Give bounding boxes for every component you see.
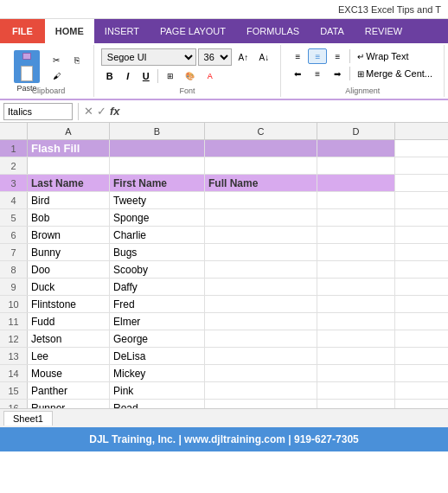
- cell[interactable]: [317, 140, 395, 157]
- underline-button[interactable]: U: [138, 67, 155, 85]
- cell[interactable]: Brown: [28, 227, 110, 243]
- cell[interactable]: DeLisa: [110, 348, 205, 364]
- align-left-button[interactable]: ⬅: [288, 66, 307, 81]
- font-name-select[interactable]: Segoe UI: [101, 48, 196, 66]
- table-row[interactable]: 13LeeDeLisa: [0, 348, 448, 365]
- table-row[interactable]: 9DuckDaffy: [0, 279, 448, 296]
- table-row[interactable]: 4BirdTweety: [0, 192, 448, 209]
- cell[interactable]: [317, 296, 395, 312]
- cell[interactable]: Daffy: [110, 279, 205, 295]
- italic-button[interactable]: I: [119, 67, 137, 85]
- cell[interactable]: Tweety: [110, 192, 205, 208]
- table-row[interactable]: 16RunnerRoad: [0, 400, 448, 408]
- fx-icon[interactable]: fx: [110, 105, 120, 118]
- copy-button[interactable]: ⎘: [67, 52, 86, 67]
- confirm-icon[interactable]: ✓: [97, 105, 106, 118]
- cell[interactable]: [317, 279, 395, 295]
- table-row[interactable]: 2: [0, 157, 448, 175]
- cell[interactable]: [205, 192, 317, 208]
- table-row[interactable]: 12JetsonGeorge: [0, 330, 448, 348]
- cell[interactable]: First Name: [110, 175, 205, 191]
- table-row[interactable]: 7BunnyBugs: [0, 244, 448, 261]
- cell[interactable]: [205, 313, 317, 330]
- font-color-button[interactable]: A: [201, 68, 220, 84]
- cell[interactable]: [317, 400, 395, 408]
- table-row[interactable]: 14MouseMickey: [0, 365, 448, 382]
- cell[interactable]: Fudd: [28, 313, 110, 330]
- wrap-text-button[interactable]: ↵ Wrap Text: [353, 48, 413, 64]
- table-row[interactable]: 15PantherPink: [0, 382, 448, 400]
- border-button[interactable]: ⊞: [161, 68, 180, 84]
- tab-file[interactable]: FILE: [0, 19, 45, 43]
- cell[interactable]: [317, 192, 395, 208]
- cell[interactable]: [317, 261, 395, 278]
- align-top-center-button[interactable]: ≡: [308, 48, 327, 64]
- cell[interactable]: [205, 348, 317, 364]
- cell[interactable]: Flintstone: [28, 296, 110, 312]
- align-center-button[interactable]: ≡: [308, 66, 327, 81]
- cell[interactable]: [205, 227, 317, 243]
- cell[interactable]: Mouse: [28, 365, 110, 381]
- cell[interactable]: [317, 209, 395, 226]
- table-row[interactable]: 10FlintstoneFred: [0, 296, 448, 313]
- cell[interactable]: [317, 382, 395, 399]
- cell[interactable]: Panther: [28, 382, 110, 399]
- cell[interactable]: [205, 365, 317, 381]
- tab-home[interactable]: HOME: [45, 19, 94, 43]
- table-row[interactable]: 1Flash Fill: [0, 140, 448, 157]
- cell[interactable]: Sponge: [110, 209, 205, 226]
- format-painter-button[interactable]: 🖌: [47, 68, 66, 84]
- cell[interactable]: [205, 279, 317, 295]
- cell[interactable]: [28, 157, 110, 174]
- merge-center-button[interactable]: ⊞ Merge & Cent...: [353, 66, 437, 81]
- table-row[interactable]: 5BobSponge: [0, 209, 448, 227]
- cell[interactable]: Pink: [110, 382, 205, 399]
- cell[interactable]: [317, 244, 395, 260]
- table-row[interactable]: 6BrownCharlie: [0, 227, 448, 244]
- cell[interactable]: Flash Fill: [28, 140, 110, 157]
- cell[interactable]: Runner: [28, 400, 110, 408]
- sheet-tab-1[interactable]: Sheet1: [3, 411, 53, 426]
- tab-page-layout[interactable]: PAGE LAYOUT: [150, 19, 236, 43]
- bold-button[interactable]: B: [101, 67, 118, 85]
- cell[interactable]: Fred: [110, 296, 205, 312]
- cell[interactable]: Road: [110, 400, 205, 408]
- increase-font-button[interactable]: A↑: [234, 49, 253, 65]
- cell[interactable]: [205, 261, 317, 278]
- cell[interactable]: [205, 296, 317, 312]
- table-row[interactable]: 11FuddElmer: [0, 313, 448, 330]
- cell[interactable]: [317, 348, 395, 364]
- align-top-right-button[interactable]: ≡: [328, 48, 347, 64]
- formula-input[interactable]: [124, 103, 445, 120]
- cell[interactable]: [205, 382, 317, 399]
- cut-button[interactable]: ✂: [47, 52, 66, 67]
- align-right-button[interactable]: ➡: [328, 66, 347, 81]
- cell[interactable]: Bunny: [28, 244, 110, 260]
- cell[interactable]: Duck: [28, 279, 110, 295]
- cell[interactable]: [317, 157, 395, 174]
- table-row[interactable]: 8DooScooby: [0, 261, 448, 279]
- tab-formulas[interactable]: FORMULAS: [236, 19, 310, 43]
- cell[interactable]: [205, 244, 317, 260]
- cell[interactable]: Scooby: [110, 261, 205, 278]
- cell[interactable]: Full Name: [205, 175, 317, 191]
- name-box[interactable]: [3, 103, 73, 120]
- cell[interactable]: Last Name: [28, 175, 110, 191]
- cell[interactable]: Doo: [28, 261, 110, 278]
- table-row[interactable]: 3Last NameFirst NameFull Name: [0, 175, 448, 192]
- cell[interactable]: [110, 157, 205, 174]
- tab-data[interactable]: DATA: [310, 19, 355, 43]
- cell[interactable]: [205, 209, 317, 226]
- cell[interactable]: Bob: [28, 209, 110, 226]
- cell[interactable]: [317, 313, 395, 330]
- cell[interactable]: [317, 175, 395, 191]
- cell[interactable]: Mickey: [110, 365, 205, 381]
- align-top-left-button[interactable]: ≡: [288, 48, 307, 64]
- cell[interactable]: [317, 365, 395, 381]
- cell[interactable]: [205, 157, 317, 174]
- tab-review[interactable]: REVIEW: [355, 19, 413, 43]
- cell[interactable]: [205, 330, 317, 347]
- tab-insert[interactable]: INSERT: [94, 19, 150, 43]
- cell[interactable]: [317, 330, 395, 347]
- cell[interactable]: [317, 227, 395, 243]
